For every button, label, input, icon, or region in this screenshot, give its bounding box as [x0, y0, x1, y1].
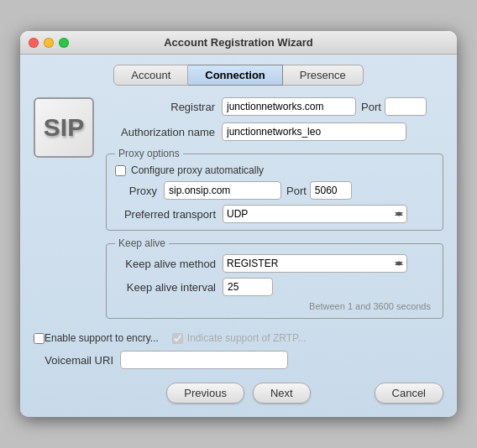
registrar-port-input[interactable]	[385, 97, 427, 116]
enable-encrypt-label: Enable support to encry...	[45, 332, 159, 344]
auth-name-input[interactable]	[222, 122, 406, 141]
proxy-label: Proxy	[115, 185, 157, 197]
proxy-port-label: Port	[286, 185, 307, 197]
content-area: Account Connection Presence SIP Registra…	[20, 55, 457, 417]
minimize-button[interactable]	[44, 38, 54, 48]
indicate-zrtp-checkbox	[172, 333, 183, 344]
tab-account[interactable]: Account	[113, 65, 188, 86]
keep-alive-hint: Between 1 and 3600 seconds	[115, 301, 434, 311]
next-button[interactable]: Next	[253, 383, 311, 404]
keep-alive-method-label: Keep alive method	[115, 258, 216, 270]
maximize-button[interactable]	[59, 38, 69, 48]
cancel-button[interactable]: Cancel	[375, 383, 443, 404]
keep-alive-interval-label: Keep alive interval	[115, 281, 216, 294]
transport-select[interactable]: UDP TCP TLS	[223, 205, 407, 223]
registrar-row: Registrar Port	[106, 97, 443, 116]
enable-encrypt-checkbox[interactable]	[34, 333, 45, 344]
auto-proxy-row: Configure proxy automatically	[115, 164, 434, 176]
voicemail-row: Voicemail URI	[34, 351, 443, 369]
registrar-input[interactable]	[222, 97, 356, 116]
keep-alive-interval-row: Keep alive interval	[115, 278, 434, 296]
proxy-options-group: Proxy options Configure proxy automatica…	[106, 148, 443, 231]
keep-alive-legend: Keep alive	[115, 237, 169, 249]
auto-proxy-label: Configure proxy automatically	[131, 164, 264, 176]
proxy-input[interactable]	[164, 181, 281, 200]
title-bar: Account Registration Wizard	[20, 31, 457, 55]
sip-logo: SIP	[34, 97, 94, 158]
bottom-section: Enable support to encry... Indicate supp…	[34, 332, 443, 369]
encryption-row: Enable support to encry... Indicate supp…	[34, 332, 443, 344]
voicemail-label: Voicemail URI	[34, 354, 113, 367]
port-label: Port	[361, 101, 381, 113]
keep-alive-group: Keep alive Keep alive method REGISTER OP…	[106, 237, 443, 319]
tab-presence[interactable]: Presence	[283, 65, 364, 86]
proxy-options-legend: Proxy options	[115, 148, 183, 159]
encrypt-left: Enable support to encry...	[34, 332, 159, 344]
traffic-lights	[29, 38, 69, 48]
transport-row: Preferred transport UDP TCP TLS	[115, 205, 434, 223]
proxy-host-row: Proxy Port	[115, 181, 434, 200]
registrar-label: Registrar	[106, 101, 215, 113]
auth-name-label: Authorization name	[106, 126, 215, 138]
auto-proxy-checkbox[interactable]	[115, 165, 126, 176]
tab-bar: Account Connection Presence	[34, 65, 443, 86]
keep-alive-method-select[interactable]: REGISTER OPTIONS None	[223, 254, 407, 273]
proxy-port-input[interactable]	[310, 181, 352, 200]
voicemail-input[interactable]	[120, 351, 288, 369]
auth-name-row: Authorization name	[106, 122, 443, 141]
footer: Previous Next Cancel	[34, 383, 443, 404]
form-area: Registrar Port Authorization name Proxy …	[106, 97, 443, 326]
sip-logo-text: SIP	[44, 113, 84, 142]
main-layout: SIP Registrar Port Authorization name	[34, 97, 443, 326]
close-button[interactable]	[29, 38, 39, 48]
main-window: Account Registration Wizard Account Conn…	[20, 31, 457, 417]
transport-label: Preferred transport	[115, 208, 216, 221]
keep-alive-method-row: Keep alive method REGISTER OPTIONS None	[115, 254, 434, 273]
tab-connection[interactable]: Connection	[188, 65, 283, 86]
indicate-zrtp-label: Indicate support of ZRTP...	[187, 332, 307, 344]
keep-alive-interval-input[interactable]	[223, 278, 273, 296]
encrypt-right: Indicate support of ZRTP...	[172, 332, 307, 344]
previous-button[interactable]: Previous	[166, 383, 244, 404]
window-title: Account Registration Wizard	[164, 36, 313, 49]
